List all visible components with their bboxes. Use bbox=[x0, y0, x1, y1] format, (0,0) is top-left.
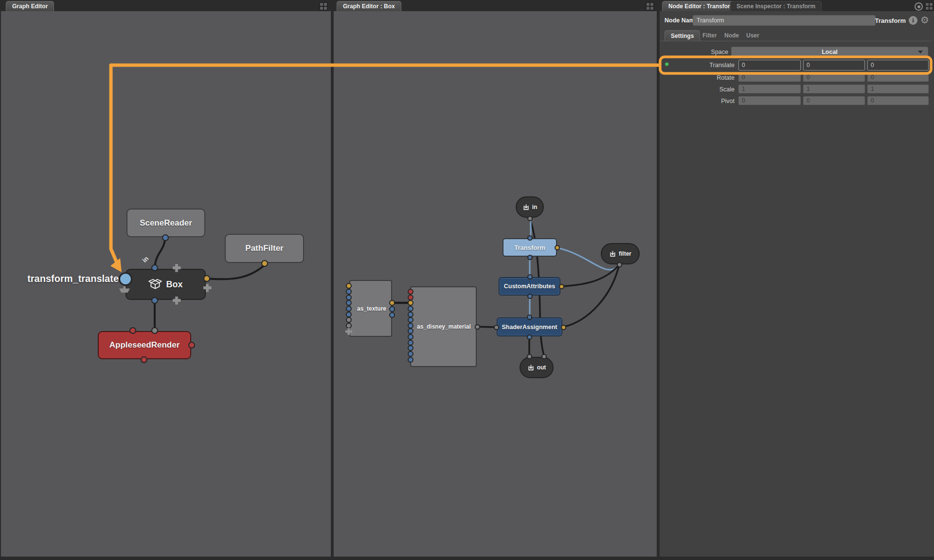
box-cube-icon bbox=[148, 278, 162, 291]
port-dot-orange[interactable] bbox=[389, 300, 395, 306]
node-label: CustomAttributes bbox=[504, 283, 556, 290]
port-dot-blue[interactable] bbox=[408, 317, 413, 323]
pin-target-icon[interactable] bbox=[915, 2, 923, 11]
node-scenereader[interactable]: SceneReader bbox=[126, 209, 205, 237]
transform-translate-annotation: transform_translate bbox=[10, 273, 119, 284]
port-dot-blue[interactable] bbox=[389, 306, 395, 312]
port-dot-blue[interactable] bbox=[408, 334, 413, 340]
port-dot-gray[interactable] bbox=[475, 324, 480, 330]
node-appleseedrender[interactable]: AppleseedRender bbox=[98, 331, 191, 359]
scale-z-field[interactable] bbox=[867, 85, 929, 93]
translate-y-field[interactable] bbox=[803, 60, 865, 70]
import-arrow-icon bbox=[609, 250, 616, 258]
port-dot-orange[interactable] bbox=[561, 325, 566, 330]
node-label: as_texture bbox=[357, 305, 386, 312]
port-dot-blue[interactable] bbox=[527, 315, 532, 320]
space-dropdown[interactable]: Local bbox=[731, 47, 928, 57]
import-arrow-icon bbox=[522, 204, 530, 211]
rotate-y-field[interactable] bbox=[803, 73, 865, 82]
port-dot-gray[interactable] bbox=[617, 262, 622, 267]
port-dot-blue[interactable] bbox=[346, 289, 352, 295]
node-label: ShaderAssignment bbox=[502, 324, 557, 331]
rotate-z-field[interactable] bbox=[867, 73, 929, 82]
layout-grid-icon[interactable] bbox=[646, 2, 654, 11]
layout-grid-icon[interactable] bbox=[319, 2, 328, 11]
port-dot-gray[interactable] bbox=[346, 323, 352, 329]
rotate-x-field[interactable] bbox=[738, 73, 801, 82]
space-value: Local bbox=[822, 49, 838, 55]
port-dot-blue[interactable] bbox=[527, 294, 533, 299]
space-label: Space bbox=[662, 49, 728, 55]
port-dot-orange[interactable] bbox=[555, 245, 560, 250]
tab-node-editor[interactable]: Node Editor : Transform bbox=[662, 1, 741, 11]
port-dot-blue[interactable] bbox=[408, 345, 413, 351]
port-dot-orange[interactable] bbox=[346, 283, 352, 289]
rotate-label: Rotate bbox=[662, 74, 735, 81]
port-dot-blue[interactable] bbox=[527, 255, 533, 260]
port-dot-gray[interactable] bbox=[346, 317, 352, 323]
node-as-texture[interactable]: as_texture bbox=[349, 280, 392, 337]
scale-x-field[interactable] bbox=[738, 85, 801, 93]
transform-translate-plug[interactable] bbox=[119, 272, 132, 286]
port-dot-blue[interactable] bbox=[408, 306, 413, 312]
tab-scene-inspector[interactable]: Scene Inspector : Transform bbox=[730, 1, 822, 11]
port-dot-orange[interactable] bbox=[261, 260, 268, 267]
node-box[interactable]: Box bbox=[126, 269, 206, 300]
tab-settings[interactable]: Settings bbox=[665, 30, 700, 41]
node-pathfilter[interactable]: PathFilter bbox=[225, 234, 304, 263]
node-label: AppleseedRender bbox=[109, 340, 180, 350]
node-label: as_disney_material bbox=[417, 323, 471, 330]
port-dot-blue[interactable] bbox=[162, 234, 169, 241]
port-dot-orange[interactable] bbox=[203, 275, 210, 282]
layout-grid-icon[interactable] bbox=[925, 2, 934, 11]
port-dot-orange[interactable] bbox=[559, 284, 564, 289]
info-icon[interactable]: i bbox=[909, 16, 917, 25]
port-dot-blue[interactable] bbox=[346, 300, 352, 306]
port-dot-blue[interactable] bbox=[346, 306, 352, 312]
node-label: Box bbox=[166, 280, 182, 290]
port-dot-gray[interactable] bbox=[527, 354, 532, 359]
port-dot-gray[interactable] bbox=[527, 216, 533, 221]
node-customattributes[interactable]: CustomAttributes bbox=[499, 277, 560, 296]
port-dot-blue[interactable] bbox=[408, 328, 413, 334]
tab-graph-editor[interactable]: Graph Editor bbox=[6, 1, 54, 11]
port-dot-blue[interactable] bbox=[527, 274, 533, 280]
pivot-z-field[interactable] bbox=[867, 96, 929, 105]
port-dot-red[interactable] bbox=[129, 327, 136, 334]
node-in[interactable]: in bbox=[516, 196, 544, 218]
application-window: Graph Editor Graph Editor : Box Node Edi… bbox=[0, 0, 934, 560]
gear-icon[interactable]: ⚙ bbox=[920, 16, 929, 24]
port-dot-gray[interactable] bbox=[494, 325, 499, 330]
translate-z-field[interactable] bbox=[867, 60, 929, 70]
translate-x-field[interactable] bbox=[738, 60, 801, 70]
node-out[interactable]: out bbox=[520, 357, 554, 378]
port-dot-blue[interactable] bbox=[527, 334, 532, 340]
node-label: in bbox=[532, 204, 538, 210]
port-dot-blue[interactable] bbox=[389, 312, 395, 318]
port-dot-blue[interactable] bbox=[527, 235, 533, 241]
node-label: Transform bbox=[514, 244, 545, 251]
port-dot-blue[interactable] bbox=[408, 357, 413, 363]
pivot-x-field[interactable] bbox=[738, 96, 801, 105]
tab-graph-editor-box[interactable]: Graph Editor : Box bbox=[337, 1, 401, 11]
port-dot-blue[interactable] bbox=[151, 264, 158, 271]
node-filter[interactable]: filter bbox=[601, 243, 640, 264]
port-dot-orange[interactable] bbox=[408, 300, 413, 306]
port-dot-gray[interactable] bbox=[541, 354, 547, 359]
port-dot-blue[interactable] bbox=[151, 297, 158, 304]
port-dot-red[interactable] bbox=[141, 356, 147, 363]
node-shaderassignment[interactable]: ShaderAssignment bbox=[497, 317, 562, 336]
port-dot-gray[interactable] bbox=[151, 327, 158, 334]
pivot-label: Pivot bbox=[662, 98, 735, 105]
tab-divider bbox=[660, 41, 931, 41]
port-dot-red[interactable] bbox=[188, 342, 195, 349]
node-transform[interactable]: Transform bbox=[503, 238, 557, 257]
node-name-input[interactable] bbox=[693, 15, 876, 26]
tab-user[interactable]: User bbox=[740, 30, 765, 41]
node-as-disney-material[interactable]: as_disney_material bbox=[410, 286, 477, 367]
node-label: filter bbox=[619, 250, 631, 257]
scale-y-field[interactable] bbox=[803, 85, 865, 93]
pivot-y-field[interactable] bbox=[803, 96, 865, 105]
port-dot-blue[interactable] bbox=[408, 351, 413, 357]
port-dot-red[interactable] bbox=[408, 289, 413, 295]
